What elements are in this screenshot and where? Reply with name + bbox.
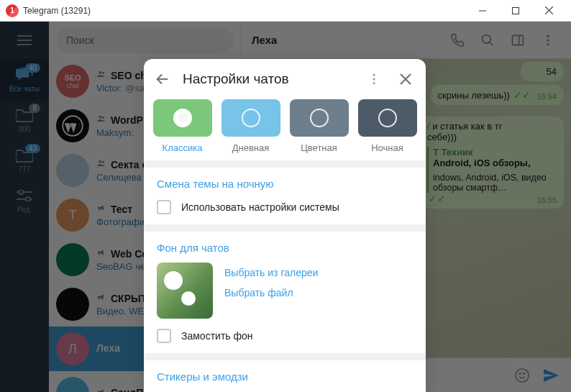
folder-icon: 8 — [16, 106, 33, 124]
svg-point-17 — [102, 161, 104, 163]
section-title: Стикеры и эмодзи — [157, 370, 413, 383]
folder-icon: 43 — [16, 147, 33, 164]
svg-point-24 — [547, 43, 549, 45]
group-icon — [96, 158, 106, 170]
checkbox-icon — [157, 200, 171, 214]
svg-rect-20 — [513, 35, 524, 45]
chat-title-text: СКРЫТ — [111, 293, 147, 304]
choose-file-link[interactable]: Выбрать файл — [224, 287, 318, 298]
avatar: SEOchat — [56, 65, 89, 98]
checkbox-label: Замостить фон — [181, 330, 253, 342]
svg-point-30 — [373, 78, 375, 80]
folder-edit[interactable]: Ред. — [0, 180, 49, 220]
folder-rail: 40 Все чаты 8 000 43 777 Ред. — [0, 22, 49, 392]
theme-label: Классика — [163, 142, 203, 153]
theme-label: Ночная — [371, 142, 403, 153]
avatar — [56, 243, 89, 276]
svg-point-14 — [99, 116, 101, 119]
theme-option[interactable]: Цветная — [290, 99, 349, 153]
chat-settings-modal: Настройки чатов КлассикаДневнаяЦветнаяНо… — [144, 59, 426, 392]
svg-point-15 — [102, 117, 104, 119]
message-text: 54 — [547, 66, 557, 77]
chat-title-text: Леха — [96, 342, 120, 354]
sidebar-toggle-button[interactable] — [505, 27, 531, 53]
megaphone-icon — [96, 203, 106, 215]
folder-000[interactable]: 8 000 — [0, 99, 49, 140]
tile-background-checkbox[interactable]: Замостить фон — [157, 329, 413, 343]
svg-rect-1 — [513, 7, 519, 14]
svg-point-18 — [483, 35, 491, 43]
message-time: 16:55 — [536, 196, 557, 204]
main-menu-button[interactable] — [0, 22, 49, 59]
close-button[interactable] — [532, 0, 565, 22]
megaphone-icon — [96, 292, 106, 304]
svg-point-16 — [99, 160, 101, 163]
folder-label: 777 — [19, 165, 31, 173]
theme-swatch — [153, 99, 212, 137]
chat-title-text: SEO ch — [111, 70, 147, 81]
avatar — [56, 377, 89, 392]
avatar — [56, 109, 89, 142]
message-bubble[interactable]: скрины лезешь)) 16:54✓✓ — [431, 85, 564, 105]
svg-point-12 — [102, 72, 104, 74]
theme-swatch — [290, 99, 349, 137]
chat-title-text: СендП — [111, 387, 143, 392]
read-checks-icon: ✓✓ — [429, 193, 446, 204]
chat-header-name[interactable]: Леха — [252, 34, 440, 46]
use-system-theme-checkbox[interactable]: Использовать настройки системы — [157, 200, 413, 214]
modal-more-button[interactable] — [361, 66, 387, 92]
svg-point-23 — [547, 39, 549, 41]
group-icon — [96, 69, 106, 81]
avatar — [56, 154, 89, 187]
send-button[interactable] — [539, 364, 562, 387]
checkbox-label: Использовать настройки системы — [181, 201, 339, 213]
folder-777[interactable]: 43 777 — [0, 140, 49, 180]
more-button[interactable] — [535, 27, 561, 53]
svg-point-26 — [519, 373, 521, 374]
svg-point-11 — [99, 71, 101, 74]
theme-option[interactable]: Ночная — [358, 99, 417, 153]
link-preview-title: Т Техник — [433, 147, 557, 158]
avatar: Л — [56, 332, 89, 365]
svg-point-25 — [516, 368, 529, 381]
folder-label: 000 — [19, 125, 31, 133]
back-button[interactable] — [148, 65, 177, 94]
message-bubble[interactable]: 54 — [521, 62, 564, 81]
search-in-chat-button[interactable] — [475, 27, 501, 53]
message-bubble[interactable]: / и статья как в тг себе))) Т Техник And… — [420, 117, 564, 209]
minimize-button[interactable] — [466, 0, 499, 22]
theme-option[interactable]: Классика — [153, 99, 212, 153]
theme-option[interactable]: Дневная — [221, 99, 280, 153]
app-icon — [6, 4, 19, 17]
checkbox-icon — [157, 329, 171, 343]
badge: 43 — [25, 144, 40, 153]
megaphone-icon — [96, 247, 106, 260]
wallpaper-preview[interactable] — [157, 263, 213, 319]
chat-bubble-icon: 40 — [16, 66, 33, 83]
chat-header: Леха — [242, 22, 571, 59]
theme-swatch — [221, 99, 280, 137]
section-title: Фон для чатов — [157, 242, 413, 254]
maximize-button[interactable] — [499, 0, 532, 22]
message-text: и статья как в тг — [430, 121, 503, 132]
sliders-icon — [16, 187, 33, 204]
message-text: себе))) — [427, 132, 457, 142]
svg-point-22 — [547, 35, 549, 37]
emoji-button[interactable] — [511, 364, 534, 387]
megaphone-icon — [96, 387, 106, 393]
svg-line-19 — [490, 42, 493, 45]
link-preview-subtitle: Android, iOS обзоры, — [433, 158, 557, 168]
theme-label: Цветная — [301, 142, 337, 153]
stickers-section: Стикеры и эмодзи — [144, 360, 426, 383]
folder-label: Ред. — [17, 206, 32, 214]
chat-title-text: Секта с — [111, 159, 147, 170]
link-preview-desc2: обзоры смартф… — [433, 183, 557, 193]
folder-all-chats[interactable]: 40 Все чаты — [0, 59, 49, 99]
call-button[interactable] — [444, 27, 470, 53]
theme-label: Дневная — [232, 142, 270, 153]
modal-close-button[interactable] — [393, 66, 419, 92]
choose-from-gallery-link[interactable]: Выбрать из галереи — [224, 267, 318, 278]
badge: 40 — [25, 63, 40, 73]
svg-point-31 — [373, 82, 375, 84]
search-input[interactable] — [56, 27, 234, 53]
